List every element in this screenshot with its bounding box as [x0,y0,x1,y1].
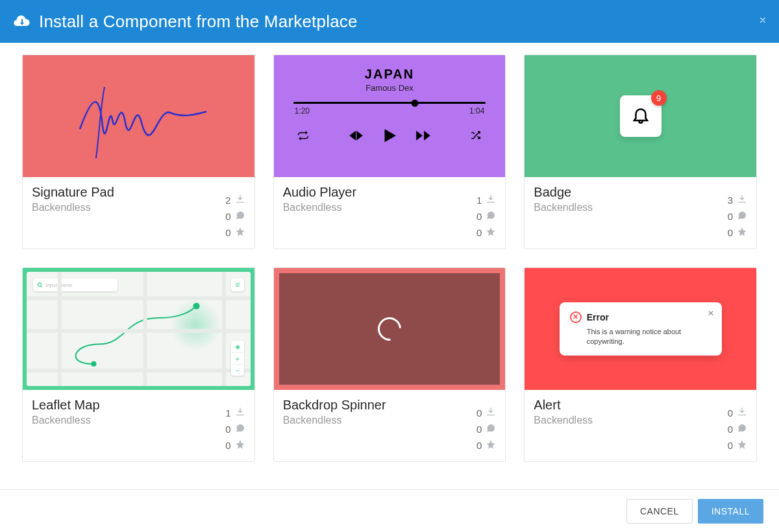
component-name: Badge [534,185,721,200]
component-card-alert[interactable]: ✕ Error This is a warning notice about c… [524,267,757,462]
rewind-icon [347,127,364,147]
repeat-icon [297,130,309,144]
alert-body: This is a warning notice about copywriti… [587,327,711,347]
star-icon [737,226,747,239]
comment-icon [486,423,496,435]
component-name: Alert [534,398,721,413]
locate-icon: ◈ [231,341,244,352]
svg-point-1 [91,361,96,367]
cloud-download-icon [12,12,31,31]
cancel-button[interactable]: CANCEL [626,499,693,524]
download-icon [235,194,245,206]
spinner-icon [373,313,406,346]
fast-forward-icon [415,127,432,147]
thumbnail-audio-player: JAPAN Famous Dex 1:20 1:04 [274,55,506,177]
error-icon: ✕ [570,311,582,323]
alert-toast: ✕ Error This is a warning notice about c… [560,302,722,356]
download-icon [737,407,747,419]
component-author: Backendless [283,415,471,426]
remaining-time: 1:04 [469,106,484,115]
modal-header: Install a Component from the Marketplace [0,0,779,43]
comment-icon [737,210,747,223]
modal-title: Install a Component from the Marketplace [39,12,358,32]
component-author: Backendless [534,202,721,213]
component-author: Backendless [32,202,219,213]
elapsed-time: 1:20 [295,106,310,115]
route-path-icon [27,272,251,386]
comment-icon [737,423,747,435]
modal-footer: CANCEL INSTALL [0,489,779,532]
thumbnail-backdrop-spinner [274,268,506,390]
thumbnail-leaflet-map: Input Name ≡ ◈ [23,268,254,390]
comments-stat: 0 [225,210,245,223]
component-card-badge[interactable]: 9 Badge Backendless 3 0 0 [524,54,757,249]
comment-icon [235,210,245,223]
download-icon [737,194,747,206]
comment-icon [235,423,245,435]
svg-point-2 [193,303,199,309]
install-button[interactable]: INSTALL [698,499,763,524]
stars-stat: 0 [225,226,245,239]
thumbnail-alert: ✕ Error This is a warning notice about c… [525,268,756,390]
star-icon [486,439,496,452]
notification-badge: 9 [651,90,667,106]
progress-bar [293,102,486,104]
star-icon [737,439,747,452]
component-grid: Signature Pad Backendless 2 0 [22,54,757,462]
component-name: Signature Pad [32,185,219,200]
track-artist: Famous Dex [293,83,486,93]
thumbnail-badge: 9 [525,55,756,177]
alert-title: Error [587,312,609,322]
star-icon [235,439,245,452]
download-icon [235,407,245,419]
modal-body: Signature Pad Backendless 2 0 [0,43,779,489]
component-stats: 1 0 0 [475,185,496,239]
zoom-in-icon: + [231,352,244,364]
zoom-out-icon: − [231,364,244,376]
component-author: Backendless [283,202,471,213]
component-card-leaflet-map[interactable]: Input Name ≡ ◈ [22,267,255,462]
component-card-backdrop-spinner[interactable]: Backdrop Spinner Backendless 0 0 0 [273,267,506,462]
download-icon [486,194,496,206]
component-name: Backdrop Spinner [283,398,471,413]
bell-icon [631,105,650,127]
component-card-audio-player[interactable]: JAPAN Famous Dex 1:20 1:04 [273,54,506,249]
component-list-scroll[interactable]: Signature Pad Backendless 2 0 [0,43,779,489]
download-icon [486,407,496,419]
component-stats: 2 0 0 [225,185,245,239]
component-name: Leaflet Map [32,398,219,413]
component-card-signature-pad[interactable]: Signature Pad Backendless 2 0 [22,54,255,249]
close-modal-button[interactable] [758,16,767,27]
play-icon [380,126,399,148]
close-icon: ✕ [708,309,714,318]
star-icon [486,226,496,239]
thumbnail-signature-pad [23,55,254,177]
zoom-control: ◈ + − [231,341,244,376]
track-title: JAPAN [293,67,486,82]
component-name: Audio Player [283,185,471,200]
downloads-stat: 2 [225,194,245,206]
component-author: Backendless [534,415,721,426]
component-author: Backendless [32,415,219,426]
star-icon [235,226,245,239]
comment-icon [486,210,496,223]
shuffle-icon [470,130,482,144]
